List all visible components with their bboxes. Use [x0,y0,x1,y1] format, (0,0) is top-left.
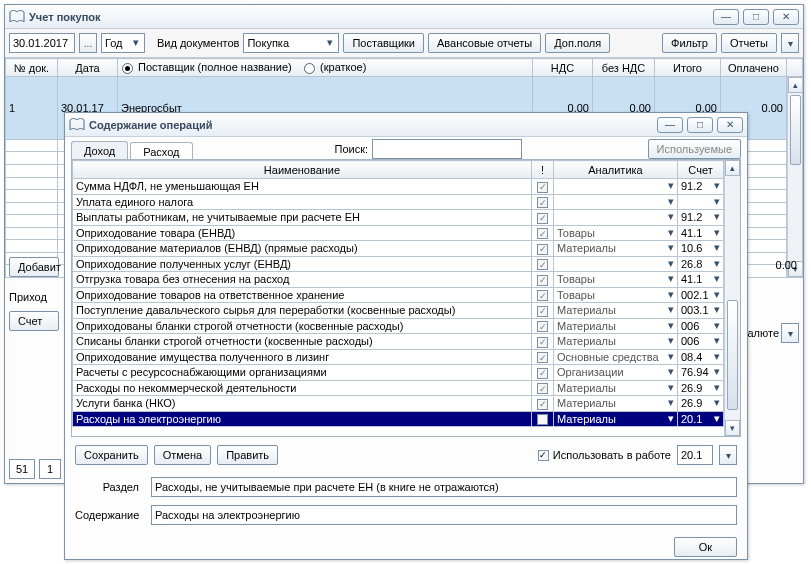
col-analytics[interactable]: Аналитика [554,161,678,179]
chevron-down-icon[interactable]: ▾ [711,365,722,378]
operation-row[interactable]: Выплаты работникам, не учитываемые при р… [73,210,724,226]
edit-button[interactable]: Править [217,445,278,465]
chevron-down-icon[interactable]: ▾ [665,365,676,378]
chevron-down-icon[interactable]: ▾ [711,381,722,394]
account-button[interactable]: Счет [9,311,59,331]
account-field[interactable]: 20.1 [677,445,713,465]
main-titlebar[interactable]: Учет покупок — □ ✕ [5,5,803,29]
page-field[interactable]: 51 [9,459,35,479]
chevron-down-icon[interactable]: ▾ [665,350,676,363]
date-field[interactable]: 30.01.2017 [9,33,75,53]
chevron-down-icon[interactable]: ▾ [711,210,722,223]
chevron-down-icon[interactable]: ▾ [665,195,676,208]
chevron-down-icon[interactable]: ▾ [665,288,676,301]
chevron-down-icon[interactable]: ▾ [711,334,722,347]
operations-scrollbar[interactable]: ▴ ▾ [724,160,740,436]
row-check-icon[interactable]: ✓ [537,275,548,286]
dialog-close-button[interactable]: ✕ [717,117,743,133]
search-input[interactable] [372,139,522,159]
supplier-full-radio[interactable] [122,63,133,74]
chevron-down-icon[interactable]: ▾ [711,288,722,301]
col-flag[interactable]: ! [532,161,554,179]
col-name[interactable]: Наименование [73,161,532,179]
row-check-icon[interactable]: ✓ [537,259,548,270]
row-check-icon[interactable]: ✓ [537,213,548,224]
row-check-icon[interactable]: ✓ [537,244,548,255]
row-check-icon[interactable]: ✓ [537,399,548,410]
close-button[interactable]: ✕ [773,9,799,25]
chevron-down-icon[interactable]: ▾ [711,257,722,270]
purchases-scrollbar[interactable]: ▴▾ [787,77,803,277]
operation-row[interactable]: Сумма НДФЛ, не уменьшающая ЕН✓▾91.2▾ [73,179,724,195]
chevron-down-icon[interactable]: ▾ [665,226,676,239]
tab-expense[interactable]: Расход [130,142,192,160]
operation-row[interactable]: Оприходование товара (ЕНВД)✓Товары▾41.1▾ [73,225,724,241]
operation-row[interactable]: Уплата единого налога✓▾▾ [73,194,724,210]
col-novat[interactable]: без НДС [593,59,655,77]
period-select[interactable]: Год [101,33,145,53]
chevron-down-icon[interactable]: ▾ [711,303,722,316]
chevron-down-icon[interactable]: ▾ [665,303,676,316]
used-button[interactable]: Используемые [648,139,741,159]
col-account[interactable]: Счет [678,161,724,179]
minimize-button[interactable]: — [713,9,739,25]
operation-row[interactable]: Расходы на электроэнергию✓Материалы▾20.1… [73,411,724,427]
chevron-down-icon[interactable]: ▾ [665,381,676,394]
suppliers-button[interactable]: Поставщики [343,33,424,53]
operation-row[interactable]: Оприходованы бланки строгой отчетности (… [73,318,724,334]
operation-row[interactable]: Услуги банка (НКО)✓Материалы▾26.9▾ [73,396,724,412]
row-check-icon[interactable]: ✓ [537,321,548,332]
extra-fields-button[interactable]: Доп.поля [545,33,610,53]
operation-row[interactable]: Расчеты с ресурсоснабжающими организация… [73,365,724,381]
chevron-down-icon[interactable]: ▾ [665,210,676,223]
row-check-icon[interactable]: ✓ [537,368,548,379]
chevron-down-icon[interactable]: ▾ [665,272,676,285]
chevron-down-icon[interactable]: ▾ [711,319,722,332]
row-check-icon[interactable]: ✓ [537,414,548,425]
row-check-icon[interactable]: ✓ [537,306,548,317]
date-picker-button[interactable]: ... [79,33,97,53]
chevron-down-icon[interactable]: ▾ [711,226,722,239]
operation-row[interactable]: Поступление давальческого сырья для пере… [73,303,724,319]
row-check-icon[interactable]: ✓ [537,290,548,301]
chevron-down-icon[interactable]: ▾ [711,350,722,363]
chevron-down-icon[interactable]: ▾ [711,412,722,425]
operation-row[interactable]: Оприходование полученных услуг (ЕНВД)✓▾2… [73,256,724,272]
row-check-icon[interactable]: ✓ [537,383,548,394]
chevron-down-icon[interactable]: ▾ [711,179,722,192]
operation-row[interactable]: Расходы по некоммерческой деятельности✓М… [73,380,724,396]
col-vat[interactable]: НДС [533,59,593,77]
chevron-down-icon[interactable]: ▾ [711,195,722,208]
cancel-button[interactable]: Отмена [154,445,211,465]
row-check-icon[interactable]: ✓ [537,352,548,363]
chevron-down-icon[interactable]: ▾ [665,179,676,192]
dialog-maximize-button[interactable]: □ [687,117,713,133]
reports-dropdown-button[interactable]: ▾ [781,33,799,53]
section-field[interactable]: Расходы, не учитываемые при расчете ЕН (… [151,477,737,497]
maximize-button[interactable]: □ [743,9,769,25]
content-field[interactable]: Расходы на электроэнергию [151,505,737,525]
filter-button[interactable]: Фильтр [662,33,717,53]
chevron-down-icon[interactable]: ▾ [665,334,676,347]
use-in-work-checkbox[interactable]: ✓ Использовать в работе [538,449,671,461]
dialog-titlebar[interactable]: Содержание операций — □ ✕ [65,113,747,137]
operation-row[interactable]: Оприходование материалов (ЕНВД) (прямые … [73,241,724,257]
chevron-down-icon[interactable]: ▾ [711,241,722,254]
col-date[interactable]: Дата [58,59,118,77]
ok-button[interactable]: Ок [674,537,737,557]
advance-reports-button[interactable]: Авансовые отчеты [428,33,541,53]
doc-type-select[interactable]: Покупка [243,33,339,53]
chevron-down-icon[interactable]: ▾ [665,319,676,332]
operation-row[interactable]: Оприходование товаров на ответственное х… [73,287,724,303]
chevron-down-icon[interactable]: ▾ [665,241,676,254]
currency-dropdown[interactable]: ▾ [781,323,799,343]
supplier-short-radio[interactable] [304,63,315,74]
operation-row[interactable]: Отгрузка товара без отнесения на расход✓… [73,272,724,288]
operation-row[interactable]: Оприходование имущества полученного в ли… [73,349,724,365]
chevron-down-icon[interactable]: ▾ [711,272,722,285]
chevron-down-icon[interactable]: ▾ [665,412,676,425]
reports-button[interactable]: Отчеты [721,33,777,53]
col-supplier[interactable]: Поставщик (полное название) (краткое) [118,59,533,77]
save-button[interactable]: Сохранить [75,445,148,465]
tab-income[interactable]: Доход [71,141,128,159]
